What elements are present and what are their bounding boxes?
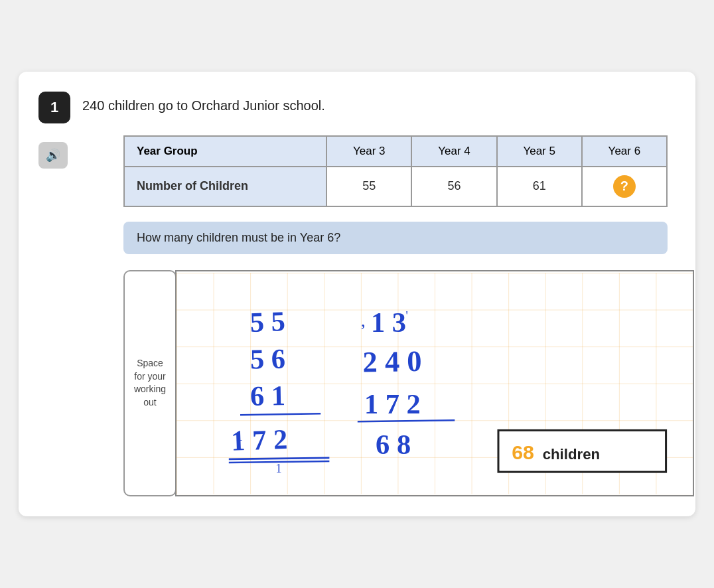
svg-text:6 1: 6 1 (250, 380, 285, 411)
svg-text:1 7 2: 1 7 2 (364, 388, 421, 419)
svg-text:1: 1 (236, 427, 243, 443)
header-row: 1 240 children go to Orchard Junior scho… (38, 92, 676, 123)
svg-text:5 6: 5 6 (250, 342, 285, 374)
svg-text:5 5: 5 5 (250, 305, 286, 338)
audio-button[interactable]: 🔊 (38, 142, 68, 169)
space-label: Spacefor yourworkingout (123, 270, 177, 496)
unknown-value-badge: ? (613, 175, 636, 198)
col-header-year-group: Year Group (124, 136, 326, 167)
cell-year4: 56 (411, 167, 496, 206)
content-area: Year Group Year 3 Year 4 Year 5 Year 6 N… (123, 135, 694, 496)
grid-svg: 5 5 5 6 6 1 1 7 2 1 (177, 271, 693, 495)
col-header-year3: Year 3 (326, 136, 411, 167)
svg-text:,: , (361, 310, 366, 331)
main-card: 1 240 children go to Orchard Junior scho… (19, 72, 695, 516)
cell-year5: 61 (497, 167, 582, 206)
svg-text:1 3: 1 3 (371, 307, 406, 338)
row-label: Number of Children (124, 167, 326, 206)
svg-text:68: 68 (512, 441, 534, 463)
svg-text:6 8: 6 8 (376, 429, 411, 460)
working-section: Spacefor yourworkingout 5 5 (123, 270, 694, 496)
svg-text:': ' (406, 309, 408, 323)
question-text: 240 children go to Orchard Junior school… (82, 92, 325, 113)
table-header-row: Year Group Year 3 Year 4 Year 5 Year 6 (124, 136, 667, 167)
prompt-box: How many children must be in Year 6? (123, 222, 668, 254)
col-header-year6: Year 6 (582, 136, 667, 167)
grid-area: 5 5 5 6 6 1 1 7 2 1 (175, 270, 694, 496)
controls-col: 🔊 (38, 142, 68, 496)
cell-year6: ? (582, 167, 667, 206)
svg-text:2 4 0: 2 4 0 (362, 344, 422, 379)
cell-year3: 55 (326, 167, 411, 206)
col-header-year4: Year 4 (411, 136, 496, 167)
audio-icon: 🔊 (46, 148, 60, 163)
question-number-badge: 1 (38, 92, 70, 123)
svg-text:children: children (543, 446, 600, 463)
svg-text:1: 1 (276, 462, 282, 475)
table-data-row: Number of Children 55 56 61 ? (124, 167, 667, 206)
data-table: Year Group Year 3 Year 4 Year 5 Year 6 N… (123, 135, 668, 207)
col-header-year5: Year 5 (497, 136, 582, 167)
